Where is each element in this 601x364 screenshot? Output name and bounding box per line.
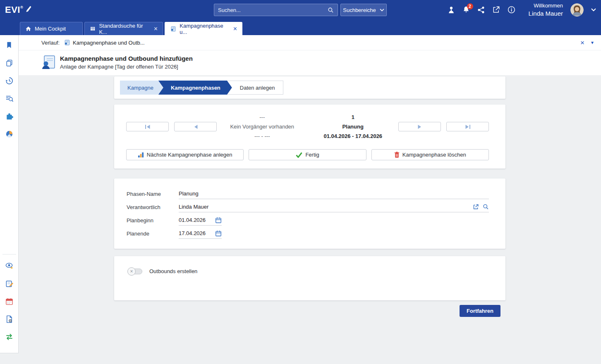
page-icon	[41, 55, 55, 70]
assistant-icon	[448, 6, 455, 14]
home-icon	[25, 26, 31, 32]
current-phase-number: 1	[308, 112, 399, 122]
wizard-step-daten-anlegen[interactable]: Daten anlegen	[227, 81, 284, 95]
current-phase-name: Planung	[308, 122, 399, 131]
search-icon	[483, 204, 489, 210]
button-label: Kampagnenphase löschen	[402, 152, 466, 158]
sidebar-sync-button[interactable]	[4, 332, 14, 342]
tab-kampagnenphase[interactable]: Kampagnenphase u... ×	[165, 22, 242, 35]
trash-icon	[394, 152, 400, 158]
add-phase-icon	[138, 152, 144, 158]
calendar-icon	[215, 217, 222, 224]
search-icon[interactable]	[328, 7, 334, 13]
responsible-input[interactable]	[179, 204, 469, 210]
continue-button[interactable]: Fortfahren	[460, 305, 500, 317]
global-search-box	[214, 4, 338, 16]
logo-brush-icon	[25, 6, 31, 12]
sidebar-watchlist-button[interactable]	[4, 261, 14, 271]
outbound-card: × Outbounds erstellen	[114, 256, 505, 300]
plan-start-input[interactable]	[179, 217, 211, 223]
tab-mein-cockpit[interactable]: Mein Cockpit	[20, 22, 83, 35]
tab-close-icon[interactable]: ×	[233, 26, 237, 32]
next-phase-button[interactable]	[398, 122, 441, 131]
last-phase-button[interactable]	[446, 122, 489, 131]
search-list-icon	[5, 94, 14, 103]
breadcrumb: Verlauf: Kampagnenphase und Outb... × ▾	[19, 35, 601, 50]
avatar[interactable]	[570, 3, 584, 17]
campaign-phase-icon	[170, 26, 176, 32]
delete-phase-button[interactable]: Kampagnenphase löschen	[371, 149, 489, 160]
info-icon	[508, 6, 515, 14]
responsible-label: Verantwortlich	[127, 204, 179, 210]
app-logo-text: EVI	[5, 5, 20, 15]
sidebar-windows-button[interactable]	[4, 58, 14, 68]
add-next-phase-button[interactable]: Nächste Kampagnenphase anlegen	[126, 149, 244, 160]
external-window-icon	[492, 6, 500, 14]
plan-start-datepicker-button[interactable]	[215, 217, 222, 224]
first-phase-button[interactable]	[126, 122, 169, 131]
search-areas-label: Suchbereiche	[343, 7, 376, 13]
previous-phase-info: --- Kein Vorgänger vorhanden --- - ---	[217, 112, 308, 141]
sidebar-calendar-button[interactable]	[4, 296, 14, 306]
check-icon	[296, 152, 302, 158]
close-view-icon[interactable]: ×	[580, 39, 584, 46]
prev-phase-dates: --- - ---	[217, 131, 308, 141]
sidebar-notes-button[interactable]	[4, 278, 14, 288]
breadcrumb-item[interactable]: Kampagnenphase und Outb...	[64, 39, 144, 46]
history-dropdown-icon[interactable]: ▾	[591, 40, 594, 45]
sidebar-bookmarks-button[interactable]	[4, 40, 14, 50]
sidebar-document-settings-button[interactable]	[4, 314, 14, 324]
breadcrumb-label: Verlauf:	[41, 40, 60, 46]
info-button[interactable]	[508, 6, 515, 14]
plan-end-datepicker-button[interactable]	[215, 230, 222, 237]
share-icon	[477, 6, 485, 14]
search-input[interactable]	[218, 7, 328, 13]
wizard-steps-card: Kampagne Kampagnenphasen Daten anlegen	[114, 76, 505, 99]
open-record-button[interactable]	[473, 204, 479, 210]
document-gear-icon	[5, 315, 14, 324]
calendar-icon	[215, 230, 222, 237]
wizard-step-kampagne[interactable]: Kampagne	[120, 81, 163, 95]
wizard-step-kampagnenphasen[interactable]: Kampagnenphasen	[158, 81, 232, 95]
plan-end-input[interactable]	[179, 230, 211, 236]
tab-close-icon[interactable]: ×	[154, 26, 158, 32]
plan-end-label: Planende	[127, 231, 179, 237]
sidebar-modules-button[interactable]	[4, 111, 14, 121]
sidebar-history-button[interactable]	[4, 76, 14, 86]
outbounds-toggle[interactable]: ×	[129, 269, 142, 274]
sidebar-search-lists-button[interactable]	[4, 93, 14, 103]
tabbar: Mein Cockpit Standardsuche für K... × Ka…	[0, 20, 601, 35]
sidebar-reports-button[interactable]	[4, 129, 14, 139]
notification-badge: 2	[467, 3, 473, 10]
phase-name-input[interactable]	[179, 190, 489, 197]
bookmark-icon	[5, 41, 13, 49]
step-label: Kampagnenphasen	[171, 85, 220, 91]
current-phase-dates: 01.04.2026 - 17.04.2026	[308, 131, 399, 141]
tab-standardsuche[interactable]: Standardsuche für K... ×	[84, 22, 163, 35]
share-button[interactable]	[477, 6, 485, 14]
page-title: Kampagnenphase und Outbound hinzufügen	[60, 55, 193, 62]
assistant-button[interactable]	[448, 6, 455, 14]
content-area: Verlauf: Kampagnenphase und Outb... × ▾ …	[19, 35, 601, 364]
finish-button[interactable]: Fertig	[249, 149, 366, 160]
note-edit-icon	[5, 279, 14, 288]
prev-phase-name: Kein Vorgänger vorhanden	[217, 122, 308, 131]
chevron-down-icon	[591, 8, 596, 12]
toggle-off-icon: ×	[127, 267, 136, 276]
history-icon	[5, 76, 14, 85]
phase-name-label: Phasen-Name	[127, 191, 179, 197]
phase-navigation-card: --- Kein Vorgänger vorhanden --- - --- 1…	[114, 105, 505, 169]
lookup-search-button[interactable]	[483, 204, 489, 210]
registered-mark: ®	[20, 5, 23, 10]
sync-arrows-icon	[5, 333, 14, 341]
previous-phase-button[interactable]	[174, 122, 217, 131]
previous-icon	[193, 124, 198, 129]
avatar-image	[570, 3, 584, 17]
open-new-window-button[interactable]	[492, 6, 500, 14]
search-areas-dropdown[interactable]: Suchbereiche	[340, 4, 387, 16]
puzzle-icon	[5, 112, 14, 121]
user-menu-button[interactable]	[591, 8, 596, 12]
next-icon	[417, 124, 422, 129]
notifications-button[interactable]: 2	[462, 6, 470, 14]
plan-start-label: Planbeginn	[127, 217, 179, 224]
